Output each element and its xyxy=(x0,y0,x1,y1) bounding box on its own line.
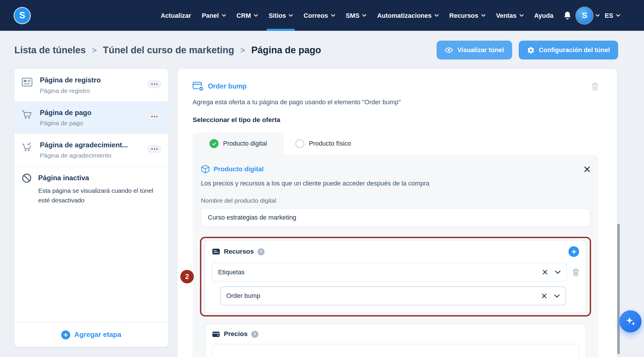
step-item-agradecimiento[interactable]: Página de agradecimient... Página de agr… xyxy=(14,134,168,166)
language-selector[interactable]: ES xyxy=(605,12,620,19)
close-panel-button[interactable] xyxy=(584,166,590,172)
clear-selection-button[interactable] xyxy=(543,270,548,275)
nav-item-recursos[interactable]: Recursos xyxy=(444,0,490,31)
cube-icon xyxy=(201,165,210,174)
nav-label: Recursos xyxy=(449,12,478,19)
panel-description: Los precios y recursos a los que un clie… xyxy=(201,180,590,187)
step-title: Página de agradecimient... xyxy=(40,141,147,150)
inactive-page-title: Página inactiva xyxy=(38,174,89,182)
step-subtitle: Página de pago xyxy=(40,119,147,127)
close-icon xyxy=(543,270,548,275)
delete-resource-button[interactable] xyxy=(573,268,579,276)
bell-icon xyxy=(564,11,571,20)
step-title: Página de pago xyxy=(40,108,147,117)
section-title: Order bump xyxy=(208,82,247,90)
step-subtitle: Página de registro xyxy=(40,86,147,95)
prices-box: Precios ? xyxy=(205,324,586,357)
nav-label: SMS xyxy=(346,12,359,19)
sidebar-spacer xyxy=(14,213,168,322)
chevron-down-icon xyxy=(362,14,366,17)
section-description: Agrega esta oferta a tu página de pago u… xyxy=(193,98,599,106)
cart-icon xyxy=(22,110,34,121)
add-step-button[interactable]: Agregar etapa xyxy=(14,322,168,347)
step-options-button[interactable] xyxy=(147,112,161,121)
help-icon[interactable]: ? xyxy=(251,331,258,337)
nav-item-actualizar[interactable]: Actualizar xyxy=(155,0,196,31)
nav-label: Correos xyxy=(304,12,328,19)
app-logo[interactable]: S xyxy=(14,8,30,23)
help-icon[interactable]: ? xyxy=(258,248,265,255)
resources-annotated-area: 2 Recursos ? xyxy=(205,240,586,313)
header-actions: Visualizar túnel Configuración del túnel xyxy=(437,41,618,60)
breadcrumb-item-funnel-list[interactable]: Lista de túneles xyxy=(14,45,86,56)
chevron-down-icon xyxy=(616,14,620,17)
chevron-down-icon xyxy=(596,14,600,17)
plus-icon xyxy=(61,330,70,339)
resource-row: Etiquetas xyxy=(212,263,579,282)
step-options-button[interactable] xyxy=(147,80,161,88)
nav-item-sitios[interactable]: Sitios xyxy=(263,0,298,31)
resource-type-select[interactable]: Etiquetas xyxy=(212,263,567,282)
preview-button-label: Visualizar túnel xyxy=(457,46,504,54)
scrollbar-thumb[interactable] xyxy=(617,224,620,354)
chevron-down-icon xyxy=(254,14,258,17)
breadcrumb: Lista de túneles > Túnel del curso de ma… xyxy=(14,45,321,56)
resource-value-select[interactable]: Order bump xyxy=(220,287,566,305)
nav-item-crm[interactable]: CRM xyxy=(231,0,263,31)
resource-row-nested: Order bump xyxy=(220,287,566,305)
chevron-down-icon xyxy=(481,14,485,17)
nav-item-sms[interactable]: SMS xyxy=(340,0,372,31)
tab-producto-digital[interactable]: Producto digital xyxy=(193,132,284,155)
main-nav: Actualizar Panel CRM Sitios Correos SMS … xyxy=(155,0,559,31)
delete-order-bump-button[interactable] xyxy=(592,82,599,91)
funnel-settings-button[interactable]: Configuración del túnel xyxy=(519,41,618,60)
ai-assistant-button[interactable] xyxy=(619,310,641,333)
breadcrumb-separator: > xyxy=(240,45,245,55)
avatar-letter: S xyxy=(582,11,587,20)
eye-icon xyxy=(445,47,453,53)
inactive-page-description: Esta página se visualizará cuando el tún… xyxy=(38,186,161,205)
breadcrumb-item-funnel[interactable]: Túnel del curso de marketing xyxy=(103,45,234,56)
account-menu[interactable]: S xyxy=(576,7,600,24)
chevron-down-icon xyxy=(434,14,439,17)
panel-header: Producto digital xyxy=(201,165,590,174)
nav-item-automatizaciones[interactable]: Automatizaciones xyxy=(372,0,444,31)
step-item-registro[interactable]: Página de registro Página de registro xyxy=(14,69,168,101)
order-bump-icon xyxy=(193,81,204,91)
top-navbar: S Actualizar Panel CRM Sitios Correos SM… xyxy=(0,0,644,31)
tab-producto-fisico[interactable]: Producto físico xyxy=(284,132,363,155)
ellipsis-icon xyxy=(151,83,158,85)
clear-selection-button[interactable] xyxy=(542,294,547,298)
inactive-page-header: Página inactiva xyxy=(22,173,161,183)
nav-label: Actualizar xyxy=(161,12,191,19)
order-bump-header: Order bump xyxy=(193,81,599,91)
prices-title: Precios xyxy=(224,331,247,338)
panel-title: Producto digital xyxy=(214,165,264,173)
offer-type-label: Seleccionar el tipo de oferta xyxy=(193,116,599,123)
ellipsis-icon xyxy=(151,116,158,117)
prices-header: Precios ? xyxy=(212,330,579,338)
trash-icon xyxy=(573,268,579,276)
product-name-input[interactable] xyxy=(201,208,590,227)
price-field-partial[interactable] xyxy=(212,344,579,357)
nav-item-ventas[interactable]: Ventas xyxy=(491,0,529,31)
avatar: S xyxy=(576,7,593,24)
preview-funnel-button[interactable]: Visualizar túnel xyxy=(437,41,512,60)
nav-item-correos[interactable]: Correos xyxy=(298,0,340,31)
ellipsis-icon xyxy=(151,148,158,150)
chevron-down-icon[interactable] xyxy=(554,294,560,298)
chevron-down-icon[interactable] xyxy=(555,270,561,274)
nav-item-panel[interactable]: Panel xyxy=(196,0,231,31)
nav-item-ayuda[interactable]: Ayuda xyxy=(529,0,559,31)
add-resource-button[interactable] xyxy=(569,246,579,257)
page-header: Lista de túneles > Túnel del curso de ma… xyxy=(0,31,644,60)
step-options-button[interactable] xyxy=(147,145,161,153)
step-subtitle: Página de agradecimiento xyxy=(40,151,147,160)
notifications-button[interactable] xyxy=(564,11,571,20)
add-step-label: Agregar etapa xyxy=(74,331,121,339)
offer-type-tabs: Producto digital Producto físico xyxy=(193,132,599,155)
step-item-pago[interactable]: Página de pago Página de pago xyxy=(14,101,168,134)
prohibition-icon xyxy=(22,173,33,183)
gear-icon xyxy=(527,46,535,54)
inactive-page-info: Página inactiva Esta página se visualiza… xyxy=(14,166,168,213)
